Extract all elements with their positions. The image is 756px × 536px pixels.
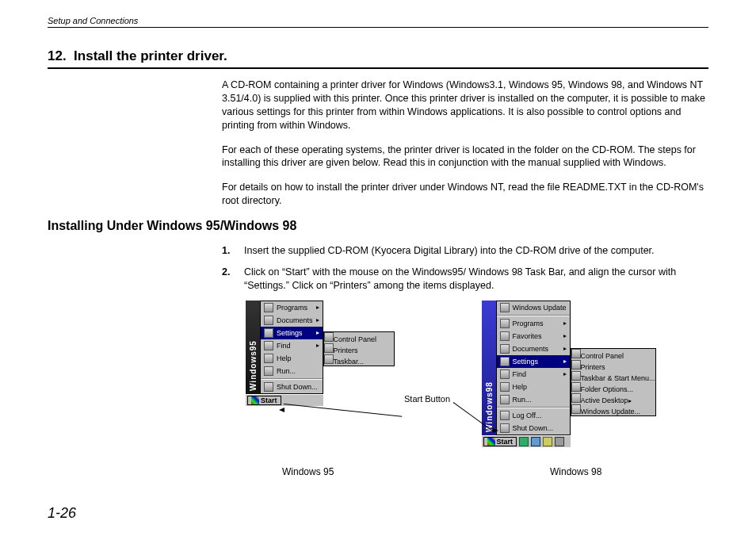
windows-update-icon <box>500 303 510 312</box>
step-text: Insert the supplied CD-ROM (Kyocera Digi… <box>244 244 655 258</box>
submenu-item-printers[interactable]: Printers <box>571 360 655 371</box>
menu-item-help[interactable]: Help <box>261 352 323 365</box>
active-desktop-icon <box>571 393 581 403</box>
chevron-right-icon: ▸ <box>628 397 632 404</box>
menu-item-shutdown[interactable]: Shut Down... <box>497 422 570 435</box>
chevron-right-icon: ▸ <box>316 304 319 311</box>
start-button[interactable]: Start <box>247 396 281 405</box>
section-heading: Install the printer driver. <box>74 48 227 63</box>
step-number: 2. <box>222 266 233 293</box>
list-item: 1. Insert the supplied CD-ROM (Kyocera D… <box>222 244 708 258</box>
submenu-item-active-desktop[interactable]: Active Desktop▸ <box>571 393 655 404</box>
caption-win95: Windows 95 <box>246 466 504 477</box>
separator <box>497 407 570 408</box>
menu-item-help[interactable]: Help <box>497 381 570 393</box>
start-menu: Windows Update Programs▸ Favorites▸ Docu… <box>496 301 571 435</box>
section-number: 12. <box>48 48 67 63</box>
menu-item-programs[interactable]: Programs▸ <box>497 317 570 330</box>
shutdown-icon <box>500 423 510 433</box>
run-icon <box>500 395 510 404</box>
caption-win98: Windows 98 <box>504 466 601 477</box>
tray-icon[interactable] <box>531 437 540 446</box>
documents-icon <box>264 316 273 325</box>
chevron-right-icon: ▸ <box>316 329 319 336</box>
subsection-title: Installing Under Windows 95/Windows 98 <box>48 219 708 233</box>
documents-icon <box>500 344 510 354</box>
figure-captions: Windows 95 Windows 98 <box>246 466 708 477</box>
submenu-item-control-panel[interactable]: Control Panel <box>571 349 655 360</box>
settings-icon <box>500 357 510 366</box>
programs-icon <box>500 319 510 328</box>
find-icon <box>264 341 273 350</box>
menu-item-find[interactable]: Find▸ <box>261 339 323 352</box>
paragraph: For details on how to install the printe… <box>222 181 708 208</box>
paragraph: For each of these operating systems, the… <box>222 144 708 170</box>
menu-item-programs[interactable]: Programs▸ <box>261 301 323 314</box>
submenu-item-windows-update[interactable]: Windows Update... <box>571 404 655 415</box>
control-panel-icon <box>571 349 581 358</box>
taskbar-icon <box>571 371 581 381</box>
start-button[interactable]: Start <box>483 437 517 446</box>
arrow-head-icon <box>493 428 498 433</box>
printers-icon <box>324 343 334 353</box>
figure-win98: Windows98 Windows Update Programs▸ Favor… <box>482 301 656 447</box>
chevron-right-icon: ▸ <box>563 320 567 327</box>
help-icon <box>500 382 510 392</box>
intro-paragraphs: A CD-ROM containing a printer driver for… <box>222 78 708 208</box>
start-menu: Programs▸ Documents▸ Settings▸ Find▸ Hel… <box>260 301 323 394</box>
menu-item-shutdown[interactable]: Shut Down... <box>261 381 323 393</box>
section-title: 12. Install the printer driver. <box>48 48 708 69</box>
start-menu-brand-bar: Windows98 <box>482 301 496 435</box>
windows-update-icon <box>571 404 581 414</box>
shutdown-icon <box>264 382 273 392</box>
menu-item-settings[interactable]: Settings▸ <box>261 327 323 339</box>
settings-submenu: Control Panel Printers Taskbar & Start M… <box>571 348 656 416</box>
start-menu-brand-bar: Windows95 <box>246 301 260 394</box>
control-panel-icon <box>324 332 334 342</box>
windows-logo-icon <box>487 438 495 446</box>
tray-icon[interactable] <box>519 437 529 446</box>
run-icon <box>264 366 273 376</box>
figure-win95: Windows95 Programs▸ Documents▸ Settings▸… <box>246 301 395 447</box>
programs-icon <box>264 303 273 312</box>
chevron-right-icon: ▸ <box>563 370 567 377</box>
taskbar: Start <box>482 435 571 447</box>
submenu-item-taskbar[interactable]: Taskbar... <box>324 354 394 366</box>
find-icon <box>500 369 510 379</box>
submenu-item-printers[interactable]: Printers <box>324 343 394 354</box>
printers-icon <box>571 360 581 369</box>
separator <box>261 378 323 380</box>
menu-item-run[interactable]: Run... <box>261 365 323 377</box>
page-number: 1-26 <box>48 505 76 522</box>
menu-item-documents[interactable]: Documents▸ <box>497 343 570 355</box>
submenu-item-control-panel[interactable]: Control Panel <box>324 332 394 343</box>
menu-item-windows-update[interactable]: Windows Update <box>497 301 570 314</box>
chevron-right-icon: ▸ <box>316 316 319 324</box>
chevron-right-icon: ▸ <box>563 358 567 365</box>
menu-item-logoff[interactable]: Log Off... <box>497 409 570 422</box>
menu-item-documents[interactable]: Documents▸ <box>261 314 323 327</box>
tray-icon[interactable] <box>555 437 564 446</box>
list-item: 2. Click on “Start” with the mouse on th… <box>222 266 708 293</box>
logoff-icon <box>500 411 510 420</box>
windows-logo-icon <box>251 396 259 404</box>
help-icon <box>264 354 273 363</box>
step-number: 1. <box>222 244 233 258</box>
settings-submenu: Control Panel Printers Taskbar... <box>323 331 395 366</box>
paragraph: A CD-ROM containing a printer driver for… <box>222 78 708 132</box>
submenu-item-taskbar[interactable]: Taskbar & Start Menu... <box>571 371 655 382</box>
figure-row: Windows95 Programs▸ Documents▸ Settings▸… <box>246 301 708 447</box>
menu-item-settings[interactable]: Settings▸ <box>497 355 570 368</box>
folder-options-icon <box>571 382 581 392</box>
chevron-right-icon: ▸ <box>563 345 567 352</box>
settings-icon <box>264 328 273 338</box>
menu-item-favorites[interactable]: Favorites▸ <box>497 330 570 343</box>
separator <box>497 315 570 316</box>
chevron-right-icon: ▸ <box>563 332 567 339</box>
submenu-item-folder-options[interactable]: Folder Options... <box>571 382 655 393</box>
menu-item-find[interactable]: Find▸ <box>497 368 570 381</box>
tray-icon[interactable] <box>543 437 552 446</box>
favorites-icon <box>500 331 510 341</box>
menu-item-run[interactable]: Run... <box>497 393 570 406</box>
step-text: Click on “Start” with the mouse on the W… <box>244 266 708 293</box>
